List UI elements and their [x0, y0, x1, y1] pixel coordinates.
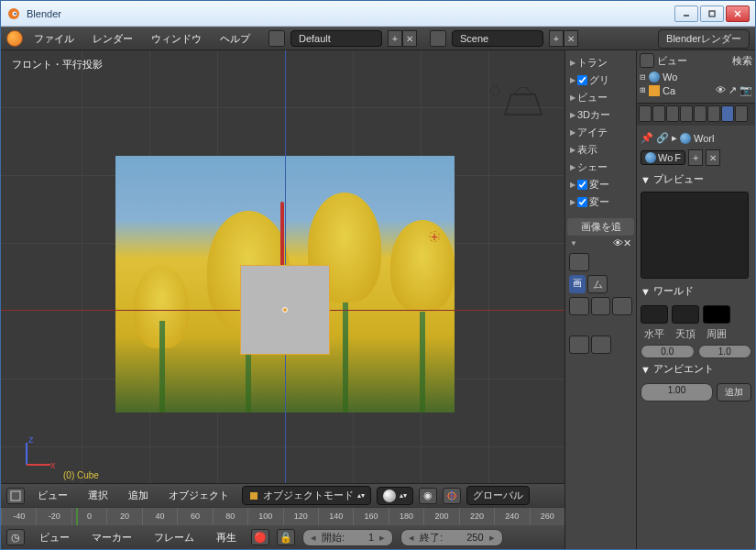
horizon-label: 水平: [641, 327, 668, 341]
scene-add-button[interactable]: +: [549, 30, 564, 47]
tab-layers[interactable]: [666, 105, 679, 122]
preview-panel-header[interactable]: ▼プレビュー: [641, 169, 751, 190]
opt-button[interactable]: [591, 297, 611, 315]
auto-keyframe-toggle[interactable]: 🔴: [251, 529, 269, 545]
end-frame-field[interactable]: ◂終了:250▸: [400, 529, 502, 546]
manipulator-toggle[interactable]: [443, 488, 461, 504]
view-menu[interactable]: ビュー: [30, 486, 75, 505]
render-engine-select[interactable]: Blenderレンダー: [658, 29, 750, 49]
datablock-add-button[interactable]: +: [688, 149, 703, 166]
menu-render[interactable]: レンダー: [85, 29, 140, 49]
datablock-delete-button[interactable]: ✕: [706, 149, 720, 166]
window-title: Blender: [27, 8, 674, 19]
minimize-button[interactable]: [674, 6, 698, 22]
svg-text:x: x: [50, 459, 56, 470]
bgimage-expand[interactable]: ▼👁✕: [567, 236, 634, 251]
panel-grid[interactable]: ▶グリ: [567, 72, 634, 89]
timeline-ruler[interactable]: -40 -20 0 20 40 60 80 100 120 140 160 18…: [1, 507, 564, 525]
editor-type-icon[interactable]: [6, 30, 23, 47]
ambient-value-slider[interactable]: 1.00: [641, 383, 713, 402]
mini-axes-icon: z x: [19, 435, 56, 472]
panel-view[interactable]: ▶ビュー: [567, 89, 634, 106]
range-slider[interactable]: 1.0: [698, 345, 752, 358]
timeline-mark: 80: [213, 508, 247, 525]
layout-delete-button[interactable]: ✕: [402, 30, 417, 47]
opt-button[interactable]: [569, 336, 589, 354]
blender-app-icon: [6, 6, 21, 21]
panel-transform2[interactable]: ▶変ー: [567, 176, 634, 193]
timeline-mark: -20: [36, 508, 71, 525]
outliner-view-menu[interactable]: ビュー: [657, 54, 687, 68]
outliner-item-camera[interactable]: ⊞Ca👁 ↗ 📷: [640, 83, 752, 97]
add-menu[interactable]: 追加: [121, 486, 156, 505]
ambient-panel-header[interactable]: ▼アンビエント: [641, 358, 751, 380]
close-button[interactable]: [726, 6, 750, 22]
checkbox[interactable]: [577, 180, 587, 190]
3d-viewport[interactable]: フロント・平行投影 z x (0) Cube: [1, 50, 564, 483]
arrow-up-icon[interactable]: [569, 253, 589, 271]
ambient-color[interactable]: [703, 305, 730, 324]
timeline-frame-menu[interactable]: フレーム: [147, 528, 202, 547]
cube-object[interactable]: [240, 265, 330, 355]
timeline-playback-menu[interactable]: 再生: [209, 528, 244, 547]
horizon-color[interactable]: [641, 305, 668, 324]
lock-icon[interactable]: 🔒: [277, 529, 295, 545]
scene-browse-icon[interactable]: [430, 30, 446, 47]
3d-cursor: [425, 227, 444, 246]
timeline-cursor[interactable]: [76, 508, 78, 525]
editor-type-3dview-icon[interactable]: [6, 488, 25, 504]
outliner-editor-icon[interactable]: [640, 53, 654, 68]
zenith-color[interactable]: [672, 305, 699, 324]
tab-world[interactable]: [680, 105, 693, 122]
world-datablock[interactable]: Wo F: [641, 150, 685, 165]
tab-constraints[interactable]: [707, 105, 720, 122]
pin-icon[interactable]: 📌: [641, 132, 653, 144]
mode-select[interactable]: オブジェクトモード ▴▾: [242, 486, 371, 505]
select-menu[interactable]: 選択: [81, 486, 115, 505]
image-source-button[interactable]: 画: [569, 275, 586, 293]
x-button[interactable]: [612, 297, 632, 315]
panel-item[interactable]: ▶アイテ: [567, 124, 634, 141]
menu-file[interactable]: ファイル: [27, 29, 82, 49]
timeline-mark: 240: [494, 508, 529, 525]
bgimage-add-button[interactable]: 画像を追: [567, 218, 634, 236]
panel-transform[interactable]: ▶トラン: [567, 54, 634, 72]
tab-render[interactable]: [639, 105, 652, 122]
movie-button[interactable]: ム: [587, 275, 608, 293]
tab-object[interactable]: [694, 105, 707, 122]
outliner-search[interactable]: 検索: [732, 54, 752, 68]
grid-checkbox[interactable]: [577, 75, 587, 85]
pivot-select[interactable]: ◉: [419, 488, 437, 504]
panel-transform3[interactable]: ▶変ー: [567, 193, 634, 211]
maximize-button[interactable]: [700, 6, 724, 22]
layout-browse-icon[interactable]: [268, 30, 285, 47]
opt-button[interactable]: [569, 297, 589, 315]
object-menu[interactable]: オブジェクト: [161, 486, 236, 505]
scene-delete-button[interactable]: ✕: [564, 30, 578, 47]
world-panel-header[interactable]: ▼ワールド: [641, 280, 751, 302]
tab-scene[interactable]: [652, 105, 665, 122]
tab-world-active[interactable]: [721, 105, 734, 122]
shading-select[interactable]: ▴▾: [377, 487, 413, 505]
panel-shading[interactable]: ▶シェー: [567, 159, 634, 176]
timeline-view-menu[interactable]: ビュー: [32, 528, 77, 547]
editor-type-timeline-icon[interactable]: ◷: [6, 529, 25, 545]
start-frame-field[interactable]: ◂開始:1▸: [302, 529, 393, 546]
svg-marker-8: [514, 87, 532, 94]
opt-button[interactable]: [591, 336, 611, 354]
layout-name-field[interactable]: Default: [290, 30, 382, 47]
menu-window[interactable]: ウィンドウ: [144, 29, 209, 49]
camera-wireframe-icon: [500, 87, 546, 124]
scene-name-field[interactable]: Scene: [452, 30, 543, 47]
panel-display[interactable]: ▶表示: [567, 141, 634, 159]
layout-add-button[interactable]: +: [388, 30, 402, 47]
exposure-slider[interactable]: 0.0: [641, 345, 695, 358]
orientation-select[interactable]: グローバル: [466, 486, 530, 505]
tab-material[interactable]: [735, 105, 748, 122]
add-button[interactable]: 追加: [717, 383, 751, 402]
timeline-marker-menu[interactable]: マーカー: [84, 528, 139, 547]
checkbox[interactable]: [577, 197, 587, 207]
panel-3dcursor[interactable]: ▶3Dカー: [567, 106, 634, 124]
menu-help[interactable]: ヘルプ: [213, 29, 257, 49]
outliner-item-world[interactable]: ⊟Wo: [640, 71, 752, 83]
